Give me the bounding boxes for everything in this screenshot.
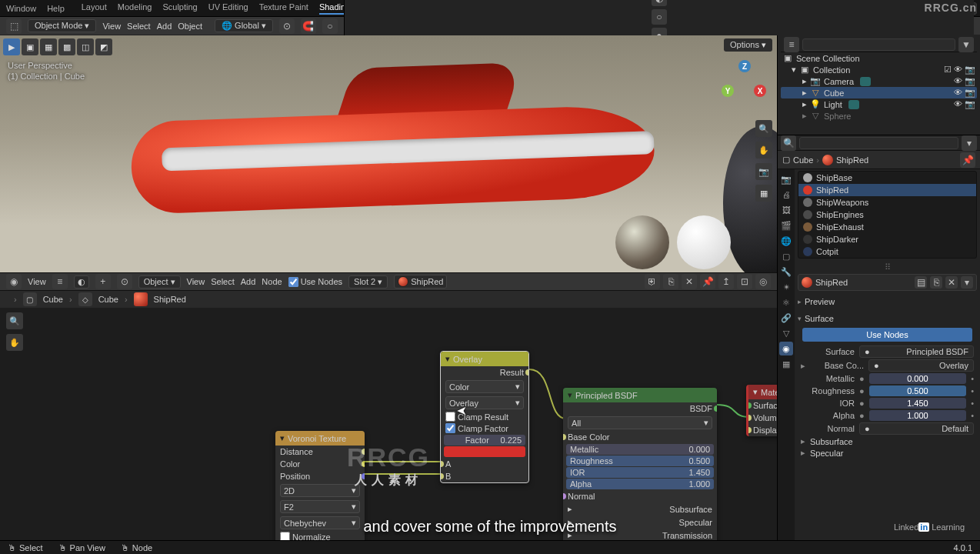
material-list[interactable]: ShipBase ShipRed ShipWeapons ShipEngines… [798,171,977,259]
tab-modeling[interactable]: Modeling [118,2,152,15]
menu-window[interactable]: Window [6,4,36,13]
axis-y[interactable]: Y [722,85,734,97]
mat-menu-icon[interactable]: ▾ [961,276,973,289]
node-pin-icon[interactable]: 📌 [700,274,715,289]
node-shield-icon[interactable]: ⛨ [645,274,660,289]
tool-select-circle-icon[interactable]: ▦ [40,38,57,55]
tab-modifiers-icon[interactable]: 🔧 [779,265,793,279]
roughness-value[interactable]: 0.500 [869,385,966,396]
socket-in-a[interactable] [440,461,444,467]
axis-gizmo[interactable]: Z Y X [722,60,768,106]
node-voronoi[interactable]: ▾Voronoi Texture Distance Color Position… [275,431,365,540]
tab-particles-icon[interactable]: ✴ [779,280,793,294]
tab-physics-icon[interactable]: ⚛ [779,295,793,309]
socket-out[interactable] [362,449,365,455]
material-selector[interactable]: ShipRed [394,275,447,289]
socket-out-color[interactable] [362,461,365,467]
persp-ortho-icon[interactable]: ▦ [755,185,772,202]
eye-icon[interactable]: 👁 [954,88,962,98]
mat-shipexhaust[interactable]: ShipExhaust [798,221,976,233]
node-parent-icon[interactable]: ↥ [718,274,734,289]
mat-shipbase[interactable]: ShipBase [798,172,976,184]
tab-world-icon[interactable]: 🌐 [779,234,793,248]
node-menu-select[interactable]: Select [211,277,235,286]
collapse-icon[interactable]: ▾ [445,354,450,364]
node-copy-icon[interactable]: ⎘ [663,274,678,289]
bsdf-transmission[interactable]: Transmission [662,531,712,540]
prop-options-icon[interactable]: ▾ [962,135,977,151]
bsdf-preset[interactable]: All▾ [568,416,712,429]
bsdf-subsurface[interactable]: Subsurface [669,505,712,514]
outliner-filter-icon[interactable]: ▼ [958,37,974,52]
resize-handle[interactable]: ⠿ [798,262,977,272]
breadcrumb-b[interactable]: Cube [98,295,118,304]
voronoi-metric[interactable]: Chebychev▾ [280,516,360,529]
surface-value[interactable]: ●Principled BSDF [859,345,974,358]
voronoi-feature[interactable]: F2▾ [280,500,360,513]
node-principled-bsdf[interactable]: ▾Principled BSDF BSDF All▾ Base Color Me… [563,388,717,540]
tab-texpaint[interactable]: Texture Paint [259,2,308,15]
vp-menu-select[interactable]: Select [127,22,151,31]
socket-in-b[interactable] [440,473,444,479]
socket-in-normal[interactable] [563,493,566,499]
tab-output-icon[interactable]: 🖨 [779,188,793,202]
tab-uv[interactable]: UV Editing [208,2,248,15]
tool-select-box-icon[interactable]: ▣ [22,38,38,55]
overlay-clamp-result[interactable]: Clamp Result [441,411,528,422]
node-snap-icon[interactable]: ⊡ [737,274,752,289]
crumb-mat[interactable]: ShipRed [836,155,868,165]
node-graph[interactable]: 🔍 ✋ ▾Voronoi Texture Distance Color Posi… [0,308,777,540]
editor-type-icon[interactable]: ⬚ [6,18,22,34]
slot-selector[interactable]: Slot 2 ▾ [348,275,388,289]
eye-icon[interactable]: 👁 [954,76,962,86]
tool-select-extra-icon[interactable]: ◫ [77,38,94,55]
tab-viewlayer-icon[interactable]: 🖼 [779,203,793,217]
mode-selector[interactable]: Object Mode ▾ [28,19,96,32]
shader-mode[interactable]: Object ▾ [138,275,181,289]
outliner-cube[interactable]: ▸▽Cube👁📷 [781,87,977,98]
outliner-light[interactable]: ▸💡Light 👁📷 [781,98,977,110]
node-menu-add-icon[interactable]: + [95,274,111,289]
node-hand-icon[interactable]: ✋ [6,334,23,351]
prop-search-icon[interactable]: 🔍 [781,135,796,151]
zoom-icon[interactable]: 🔍 [755,120,772,137]
use-nodes-button[interactable]: Use Nodes [802,328,972,342]
material-name-field[interactable]: ShipRed ▤ ⎘ ✕ ▾ [798,274,977,291]
restrict-view-icon[interactable]: 👁 [954,65,962,75]
node-menu-view2[interactable]: View [28,277,46,286]
basecolor-value[interactable]: ●Overlay [868,359,974,372]
ior-value[interactable]: 1.450 [869,398,966,409]
render-icon[interactable]: 📷 [965,99,975,109]
tab-data-icon[interactable]: ▽ [779,326,793,340]
tool-select-extra2-icon[interactable]: ◩ [95,38,112,55]
socket-out[interactable] [525,369,529,375]
collapse-icon[interactable]: ▾ [280,433,285,443]
tab-sculpting[interactable]: Sculpting [162,2,197,15]
mat-browse-icon[interactable]: ▤ [915,276,927,289]
tab-layout[interactable]: Layout [82,2,107,15]
breadcrumb-c[interactable]: ShipRed [154,295,186,304]
socket-in-disp[interactable] [746,427,752,433]
mat-shipdarker[interactable]: ShipDarker [798,233,976,245]
outliner-tree[interactable]: ≡ ▼ ▣Scene Collection ▾▣Collection☑👁📷 ▸📷… [778,35,980,135]
outliner-type-icon[interactable]: ≡ [784,37,799,52]
bsdf-ior[interactable]: IOR1.450 [566,467,714,478]
socket-in[interactable] [746,402,752,409]
vp-menu-object[interactable]: Object [178,22,202,31]
eye-icon[interactable]: 👁 [954,99,962,109]
use-nodes-checkbox[interactable]: Use Nodes [288,277,342,287]
node-close-icon[interactable]: ✕ [682,274,697,289]
mat-unlink-icon[interactable]: ✕ [945,276,958,289]
subsurface-label[interactable]: Subsurface [810,437,853,446]
tool-select-lasso-icon[interactable]: ▩ [58,38,75,55]
node-editor-type-icon[interactable]: ◉ [6,274,22,289]
axis-x[interactable]: X [754,85,766,97]
pivot-icon[interactable]: ⊙ [279,18,295,34]
node-menu-list-icon[interactable]: ≡ [52,274,68,289]
outliner-search[interactable] [802,38,955,51]
vp-menu-view[interactable]: View [102,22,121,31]
node-menu-node[interactable]: Node [262,277,282,286]
bsdf-metallic[interactable]: Metallic0.000 [566,444,714,455]
options-popover[interactable]: Options ▾ [724,38,772,52]
orientation-selector[interactable]: 🌐 Global ▾ [215,19,273,32]
